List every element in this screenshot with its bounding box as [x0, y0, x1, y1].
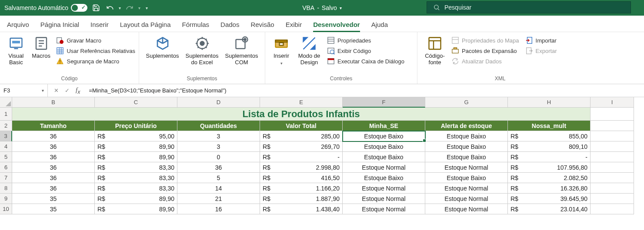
- insert-control-button[interactable]: Inserir ▾: [269, 34, 294, 66]
- tab-formulas[interactable]: Fórmulas: [182, 21, 210, 32]
- cell-h10[interactable]: R$23.014,40: [508, 204, 591, 214]
- run-dialog-button[interactable]: Executar Caixa de Diálogo: [327, 57, 404, 65]
- cell-g4[interactable]: Estoque Baixo: [425, 141, 508, 152]
- save-icon[interactable]: [91, 3, 101, 13]
- col-header-g[interactable]: G: [425, 97, 508, 108]
- cell-e6[interactable]: R$2.998,80: [260, 162, 343, 173]
- cell-d3[interactable]: 3: [177, 131, 260, 141]
- relative-refs-button[interactable]: Usar Referências Relativas: [56, 47, 135, 55]
- row-header-1[interactable]: 1: [0, 108, 12, 121]
- view-code-button[interactable]: Exibir Código: [327, 47, 404, 55]
- cell-g8[interactable]: Estoque Normal: [425, 183, 508, 194]
- col-header-i[interactable]: I: [591, 97, 634, 108]
- tab-layout[interactable]: Layout da Página: [120, 21, 171, 32]
- cell-h7[interactable]: R$2.082,50: [508, 173, 591, 183]
- cell-e8[interactable]: R$1.166,20: [260, 183, 343, 194]
- tab-inserir[interactable]: Inserir: [90, 21, 109, 32]
- undo-dropdown-icon[interactable]: ▾: [119, 6, 121, 10]
- tab-ajuda[interactable]: Ajuda: [371, 21, 388, 32]
- row-header-5[interactable]: 5: [0, 152, 12, 162]
- cell-g3[interactable]: Estoque Baixo: [425, 131, 508, 141]
- cell-b9[interactable]: 35: [12, 194, 95, 204]
- cell-h3[interactable]: R$855,00: [508, 131, 591, 141]
- search-box[interactable]: Pesquisar: [427, 1, 631, 13]
- cell-f4[interactable]: Estoque Baixo: [343, 141, 425, 152]
- header-pre-o-unit-rio[interactable]: Preço Unitário: [95, 121, 177, 131]
- col-header-h[interactable]: H: [508, 97, 591, 108]
- xml-source-button[interactable]: Código- fonte: [421, 34, 449, 66]
- header-valor-total[interactable]: Valor Total: [260, 121, 343, 131]
- cell-i4[interactable]: [591, 141, 634, 152]
- autosave-toggle[interactable]: Salvamento Automático ✓: [4, 4, 87, 12]
- cell-f8[interactable]: Estoque Normal: [343, 183, 425, 194]
- record-macro-button[interactable]: Gravar Macro: [56, 36, 135, 44]
- cell-e10[interactable]: R$1.438,40: [260, 204, 343, 214]
- header-quantidades[interactable]: Quantidades: [177, 121, 260, 131]
- cell-d5[interactable]: 0: [177, 152, 260, 162]
- cell-d7[interactable]: 5: [177, 173, 260, 183]
- cell-g6[interactable]: Estoque Normal: [425, 162, 508, 173]
- cell-b6[interactable]: 36: [12, 162, 95, 173]
- cell-f7[interactable]: Estoque Baixo: [343, 173, 425, 183]
- cell-h5[interactable]: R$-: [508, 152, 591, 162]
- cell-g9[interactable]: Estoque Normal: [425, 194, 508, 204]
- row-header-8[interactable]: 8: [0, 183, 12, 194]
- col-header-d[interactable]: D: [177, 97, 260, 108]
- properties-button[interactable]: Propriedades: [327, 36, 404, 44]
- design-mode-button[interactable]: Modo de Design: [294, 34, 324, 66]
- com-addins-button[interactable]: Suplementos COM: [222, 34, 261, 66]
- cell-c9[interactable]: R$89,90: [95, 194, 177, 204]
- tab-desenvolvedor[interactable]: Desenvolvedor: [313, 21, 360, 32]
- cell-d8[interactable]: 14: [177, 183, 260, 194]
- select-all-corner[interactable]: [0, 97, 12, 108]
- cell-b5[interactable]: 36: [12, 152, 95, 162]
- sheet-title[interactable]: Lista de Produtos Infantis: [12, 108, 591, 121]
- cell-i6[interactable]: [591, 162, 634, 173]
- cell-b7[interactable]: 36: [12, 173, 95, 183]
- cell-f5[interactable]: Estoque Baixo: [343, 152, 425, 162]
- cell-c7[interactable]: R$83,30: [95, 173, 177, 183]
- redo-icon[interactable]: [124, 3, 135, 13]
- redo-dropdown-icon[interactable]: ▾: [138, 6, 140, 10]
- tab-exibir[interactable]: Exibir: [286, 21, 302, 32]
- cell-c6[interactable]: R$83,30: [95, 162, 177, 173]
- cell-i5[interactable]: [591, 152, 634, 162]
- cell-i9[interactable]: [591, 194, 634, 204]
- cell-e3[interactable]: R$285,00: [260, 131, 343, 141]
- undo-icon[interactable]: [105, 3, 115, 13]
- accept-formula-icon[interactable]: ✓: [65, 87, 70, 94]
- macros-button[interactable]: Macros: [29, 34, 54, 59]
- cell-h4[interactable]: R$809,10: [508, 141, 591, 152]
- cell-e4[interactable]: R$269,70: [260, 141, 343, 152]
- qat-customize-icon[interactable]: ▾: [146, 6, 148, 10]
- cell-d4[interactable]: 3: [177, 141, 260, 152]
- cell-c5[interactable]: R$89,90: [95, 152, 177, 162]
- cell-f6[interactable]: Estoque Normal: [343, 162, 425, 173]
- cancel-formula-icon[interactable]: ✕: [54, 87, 59, 94]
- cell-e9[interactable]: R$1.887,90: [260, 194, 343, 204]
- toggle-switch[interactable]: ✓: [71, 4, 87, 12]
- cell-i3[interactable]: [591, 131, 634, 141]
- title-dropdown-icon[interactable]: ▾: [340, 6, 342, 10]
- cell-i7[interactable]: [591, 173, 634, 183]
- cell-c10[interactable]: R$89,90: [95, 204, 177, 214]
- tab-revisao[interactable]: Revisão: [250, 21, 274, 32]
- col-header-b[interactable]: B: [12, 97, 95, 108]
- excel-addins-button[interactable]: Suplementos do Excel: [182, 34, 222, 66]
- cell-d9[interactable]: 21: [177, 194, 260, 204]
- name-box-dropdown-icon[interactable]: ▾: [42, 88, 44, 93]
- addins-button[interactable]: Suplementos: [143, 34, 182, 59]
- cell-c4[interactable]: R$89,90: [95, 141, 177, 152]
- cell-f10[interactable]: Estoque Normal: [343, 204, 425, 214]
- cell-b3[interactable]: 36: [12, 131, 95, 141]
- cell-c3[interactable]: R$95,00: [95, 131, 177, 141]
- visual-basic-button[interactable]: Visual Basic: [3, 34, 29, 66]
- cell-i8[interactable]: [591, 183, 634, 194]
- cell-d10[interactable]: 16: [177, 204, 260, 214]
- formula-input[interactable]: =Minha_Se(D3<10;"Estoque Baixo";"Estoque…: [84, 87, 644, 94]
- tab-dados[interactable]: Dados: [220, 21, 239, 32]
- cell-g7[interactable]: Estoque Baixo: [425, 173, 508, 183]
- macro-security-button[interactable]: Segurança de Macro: [56, 57, 135, 65]
- row-header-3[interactable]: 3: [0, 131, 12, 141]
- col-header-f[interactable]: F: [343, 97, 425, 108]
